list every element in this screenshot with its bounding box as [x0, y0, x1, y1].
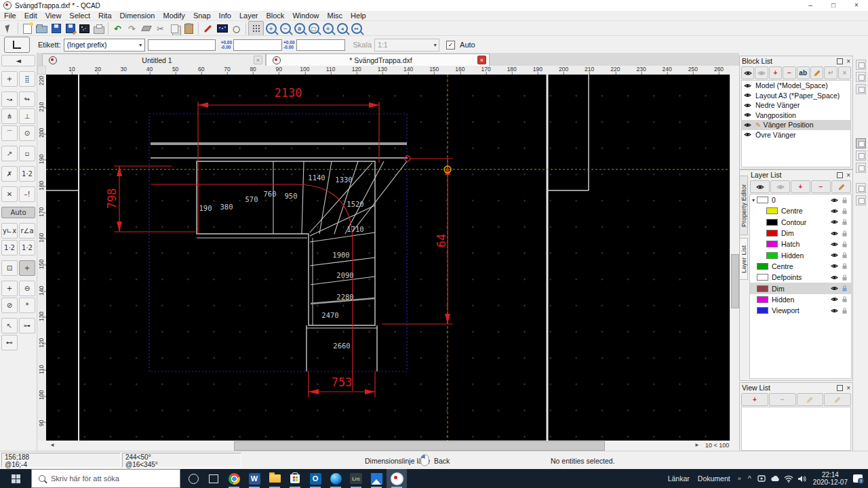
- redo-button[interactable]: ↷: [125, 22, 139, 35]
- dimension-corner-button[interactable]: [4, 37, 30, 53]
- angle-rays-button[interactable]: *: [19, 298, 35, 313]
- tab-property-editor[interactable]: Property Editor: [739, 176, 748, 235]
- document-tab-1[interactable]: Untitled 1×: [42, 54, 266, 66]
- taskbar-app-qcad[interactable]: [387, 469, 407, 488]
- snap-distance-button[interactable]: 1·2: [19, 166, 35, 182]
- restore-view-button[interactable]: [824, 393, 851, 406]
- auto-snap-button[interactable]: Auto: [1, 207, 35, 218]
- block-row[interactable]: Övre Vänger: [742, 130, 850, 140]
- menu-rita[interactable]: Rita: [94, 11, 116, 20]
- show-all-layers-button[interactable]: [750, 180, 770, 193]
- snap-on-entity-button[interactable]: ↬: [19, 92, 35, 107]
- menu-file[interactable]: File: [0, 11, 20, 20]
- layer-row[interactable]: Viewport: [750, 305, 851, 316]
- auto-checkbox[interactable]: ✓: [446, 41, 455, 49]
- undo-button[interactable]: ↶: [111, 22, 125, 35]
- cut-button[interactable]: ✂: [153, 22, 167, 35]
- coord-absolute-button[interactable]: 1·2: [19, 240, 35, 256]
- minimize-button[interactable]: –: [799, 0, 822, 11]
- upper-tolerance-input[interactable]: [233, 39, 282, 51]
- tray-documents[interactable]: Dokument: [694, 474, 734, 483]
- close-icon[interactable]: ×: [846, 384, 850, 392]
- prefix-select[interactable]: (Inget prefix)▼: [64, 39, 145, 52]
- restrict-ortho-button[interactable]: ⊡: [1, 260, 18, 276]
- new-file-button[interactable]: [20, 22, 35, 35]
- menu-snap[interactable]: Snap: [189, 11, 215, 20]
- dock-toggle-button-2[interactable]: [856, 72, 866, 82]
- menu-modify[interactable]: Modify: [159, 11, 189, 20]
- block-row[interactable]: Vangposition: [742, 110, 850, 121]
- dock-toggle-button-1[interactable]: [856, 60, 866, 70]
- menu-edit[interactable]: Edit: [20, 11, 41, 20]
- notification-icon[interactable]: 9: [853, 474, 863, 483]
- layer-row[interactable]: Hidden: [750, 249, 851, 260]
- restrict-off-button[interactable]: +: [19, 260, 35, 276]
- rename-block-button[interactable]: ab: [797, 66, 810, 79]
- taskbar-app-cortana[interactable]: [183, 469, 203, 488]
- scroll-left-icon[interactable]: ◄: [50, 442, 55, 448]
- dock-toggle-button-7[interactable]: [856, 183, 866, 193]
- snap-intersection-manual-button[interactable]: ✕: [1, 186, 18, 202]
- onedrive-icon[interactable]: [768, 469, 782, 488]
- layer-row[interactable]: Contour: [750, 217, 851, 228]
- tab-layer-list[interactable]: Layer List: [739, 238, 748, 280]
- menu-dimension[interactable]: Dimension: [116, 11, 159, 20]
- dock-toggle-button-6[interactable]: [856, 163, 866, 173]
- label-input[interactable]: [148, 39, 216, 51]
- back-button[interactable]: ◄: [1, 55, 35, 66]
- snap-auto-button[interactable]: ✗: [1, 166, 18, 182]
- layer-row[interactable]: Centre: [750, 205, 851, 216]
- document-tab-2[interactable]: * SvängdTrappa.dxf×: [266, 54, 490, 66]
- menu-layer[interactable]: Layer: [235, 11, 262, 20]
- save-button[interactable]: [49, 22, 63, 35]
- zoom-in-button[interactable]: +: [264, 22, 278, 35]
- zoom-out-button[interactable]: −: [278, 22, 292, 35]
- print-preview-button[interactable]: [92, 22, 106, 35]
- menu-window[interactable]: Window: [288, 11, 323, 20]
- edit-view-button[interactable]: [797, 393, 824, 406]
- taskbar-app-task-view[interactable]: [203, 469, 224, 488]
- snap-free-button[interactable]: +: [1, 71, 18, 87]
- float-icon[interactable]: [837, 58, 843, 64]
- layer-row[interactable]: Dim: [750, 228, 851, 239]
- horizontal-scrollbar[interactable]: ◄ ►: [37, 441, 702, 451]
- edit-block-button[interactable]: [810, 66, 823, 79]
- menu-misc[interactable]: Misc: [323, 11, 347, 20]
- remove-view-button[interactable]: −: [769, 393, 796, 406]
- snap-middle-button[interactable]: ↗: [1, 146, 18, 161]
- tray-links[interactable]: Länkar: [664, 474, 694, 483]
- block-row[interactable]: Nedre Vänger: [742, 100, 850, 110]
- bitmap-export-button[interactable]: [77, 22, 92, 35]
- close-button[interactable]: ×: [845, 0, 868, 11]
- remove-layer-button[interactable]: −: [811, 180, 831, 193]
- close-icon[interactable]: ×: [846, 171, 850, 179]
- show-all-button[interactable]: [741, 66, 754, 79]
- dock-toggle-button-5[interactable]: [856, 150, 866, 161]
- remove-block-button[interactable]: −: [783, 66, 795, 79]
- pointer-button[interactable]: [1, 22, 16, 35]
- menu-view[interactable]: View: [41, 11, 66, 20]
- block-row[interactable]: Model (*Model_Space): [742, 81, 850, 91]
- snap-endpoints-button[interactable]: ↝: [1, 92, 18, 107]
- add-block-button[interactable]: +: [769, 66, 782, 79]
- taskbar-app-word[interactable]: W: [244, 469, 264, 488]
- taskbar-app-microsoft-store[interactable]: [285, 469, 305, 488]
- set-relative-zero-button[interactable]: ⊷: [1, 335, 18, 350]
- snap-tangential-button[interactable]: ⌒: [1, 125, 18, 141]
- lower-tolerance-input[interactable]: [296, 39, 345, 51]
- hide-all-layers-button[interactable]: [770, 180, 790, 193]
- dock-toggle-button-8[interactable]: [856, 195, 866, 205]
- tab-close-icon[interactable]: ×: [477, 56, 486, 64]
- paste-button[interactable]: [182, 22, 196, 35]
- snap-grid-button[interactable]: ⣿: [19, 71, 35, 87]
- start-button[interactable]: [0, 469, 31, 488]
- view-list[interactable]: [741, 407, 851, 451]
- add-layer-button[interactable]: +: [791, 180, 810, 193]
- taskbar-app-chrome[interactable]: [224, 469, 244, 488]
- edit-layer-button[interactable]: [831, 180, 851, 193]
- drawing-preferences-button[interactable]: [215, 22, 229, 35]
- taskbar-clock[interactable]: 22:142020-12-07: [809, 471, 852, 486]
- menu-block[interactable]: Block: [262, 11, 288, 20]
- taskbar-app-photos[interactable]: [366, 469, 387, 488]
- hide-all-button[interactable]: [755, 66, 768, 79]
